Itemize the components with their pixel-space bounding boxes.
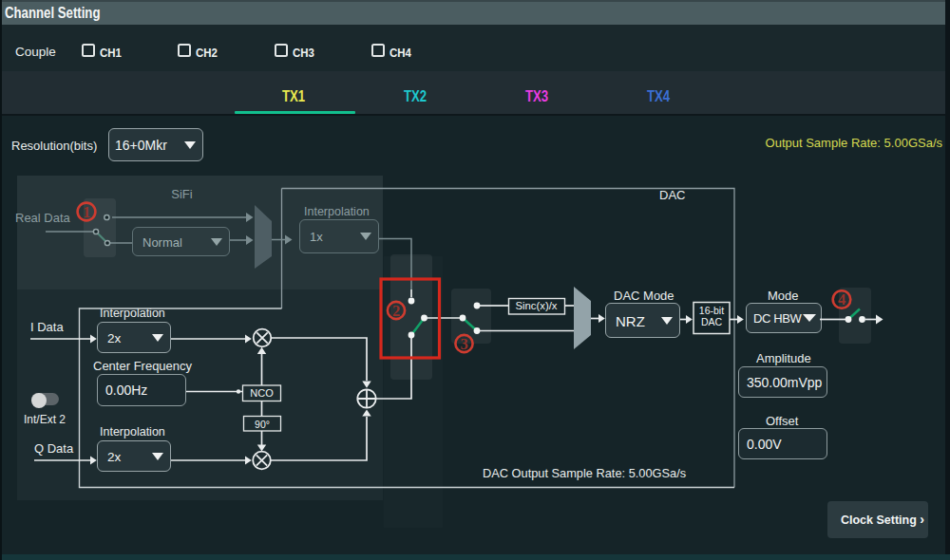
svg-text:2: 2 (392, 302, 400, 320)
svg-text:NCO: NCO (250, 387, 274, 399)
svg-text:1: 1 (83, 203, 90, 221)
svg-text:DAC: DAC (701, 316, 723, 327)
svg-text:90°: 90° (255, 419, 270, 430)
svg-text:Sinc(x)/x: Sinc(x)/x (516, 300, 558, 311)
svg-text:3: 3 (460, 335, 467, 353)
svg-text:16-bit: 16-bit (699, 305, 724, 316)
svg-text:4: 4 (838, 290, 846, 308)
